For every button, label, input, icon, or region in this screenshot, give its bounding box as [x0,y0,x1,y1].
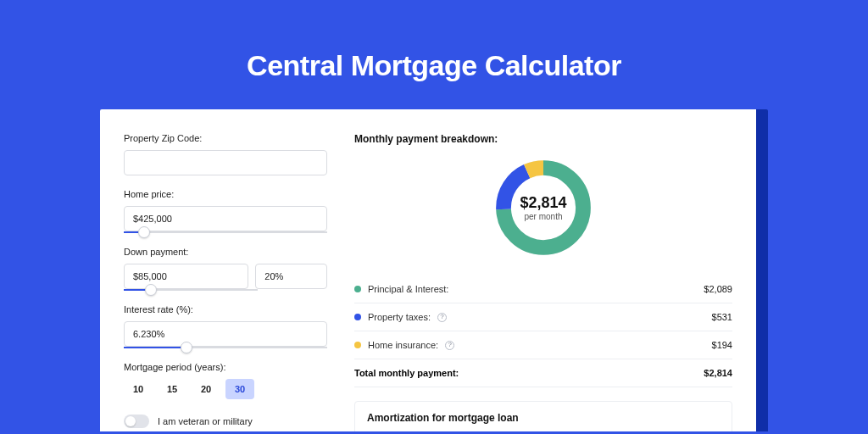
interest-field-group: Interest rate (%): [124,304,327,348]
down-payment-slider[interactable] [124,289,258,291]
veteran-toggle-knob [125,416,136,426]
zip-label: Property Zip Code: [124,133,327,143]
interest-slider-fill [124,347,186,348]
donut-center-amount: $2,814 [520,194,566,212]
home-price-input[interactable] [124,206,327,231]
breakdown-title: Monthly payment breakdown: [354,133,732,145]
donut-chart: $2,814 per month [491,155,596,260]
legend-dot-icon [354,286,361,292]
legend-label: Home insurance: [368,340,438,350]
down-payment-percent-input[interactable] [255,264,327,289]
legend-value: $2,089 [704,284,732,294]
page-title: Central Mortgage Calculator [0,0,868,109]
results-panel: Monthly payment breakdown: $2,814 per mo… [354,133,732,431]
period-field-group: Mortgage period (years): 10152030 [124,362,327,399]
total-label: Total monthly payment: [354,368,459,378]
home-price-slider[interactable] [124,231,327,233]
total-value: $2,814 [704,368,732,378]
inputs-panel: Property Zip Code: Home price: Down paym… [124,133,327,431]
legend-dot-icon [354,342,361,348]
total-row: Total monthly payment: $2,814 [354,359,732,387]
veteran-toggle-label: I am veteran or military [158,416,253,426]
home-price-field-group: Home price: [124,189,327,233]
period-options: 10152030 [124,379,327,399]
legend-value: $531 [712,312,732,322]
veteran-toggle-row: I am veteran or military [124,415,327,428]
amortization-title: Amortization for mortgage loan [367,412,720,424]
interest-input[interactable] [124,321,327,347]
calculator-card: Property Zip Code: Home price: Down paym… [100,109,768,431]
period-button-30[interactable]: 30 [225,379,254,399]
down-payment-amount-input[interactable] [124,264,248,289]
veteran-toggle[interactable] [124,415,149,428]
period-label: Mortgage period (years): [124,362,327,372]
info-icon[interactable]: ? [437,313,447,322]
home-price-label: Home price: [124,189,327,199]
period-button-15[interactable]: 15 [158,379,186,399]
zip-field-group: Property Zip Code: [124,133,327,175]
interest-label: Interest rate (%): [124,304,327,314]
donut-wrap: $2,814 per month [354,152,732,275]
interest-slider[interactable] [124,347,327,348]
zip-input[interactable] [124,150,327,175]
amortization-box: Amortization for mortgage loan Amortizat… [354,401,732,431]
legend-row: Home insurance:?$194 [354,331,732,359]
interest-slider-thumb[interactable] [181,342,192,353]
down-payment-field-group: Down payment: [124,247,327,291]
info-icon[interactable]: ? [445,341,454,350]
legend-label: Property taxes: [368,312,431,322]
legend: Principal & Interest:$2,089Property taxe… [354,275,732,359]
down-payment-label: Down payment: [124,247,327,257]
donut-center-sub: per month [524,212,562,221]
legend-left: Home insurance:? [354,340,454,350]
period-button-10[interactable]: 10 [124,379,153,399]
home-price-slider-thumb[interactable] [138,226,150,238]
legend-value: $194 [712,340,732,350]
legend-left: Property taxes:? [354,312,447,322]
legend-row: Principal & Interest:$2,089 [354,275,732,303]
donut-center: $2,814 per month [491,155,596,260]
legend-row: Property taxes:?$531 [354,303,732,331]
legend-label: Principal & Interest: [368,284,448,294]
period-button-20[interactable]: 20 [192,379,220,399]
legend-dot-icon [354,314,361,320]
legend-left: Principal & Interest: [354,284,448,294]
down-payment-slider-thumb[interactable] [145,284,157,296]
